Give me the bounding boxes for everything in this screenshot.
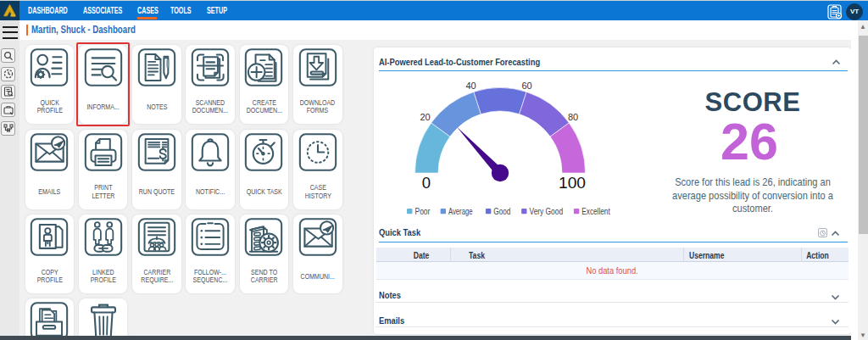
svg-text:Poor: Poor xyxy=(415,205,431,215)
svg-text:Excellent: Excellent xyxy=(581,205,609,215)
svg-text:60: 60 xyxy=(521,81,531,91)
svg-text:Good: Good xyxy=(493,205,510,215)
svg-text:80: 80 xyxy=(568,111,578,121)
svg-text:100: 100 xyxy=(559,173,586,191)
svg-text:Very Good: Very Good xyxy=(530,205,564,215)
svg-text:0: 0 xyxy=(422,173,431,191)
svg-text:Average: Average xyxy=(448,205,473,215)
svg-text:20: 20 xyxy=(420,111,430,121)
svg-text:40: 40 xyxy=(465,81,476,91)
